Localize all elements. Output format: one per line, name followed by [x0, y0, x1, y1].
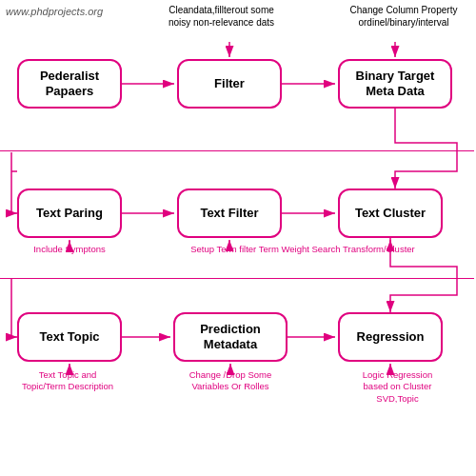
node-text-cluster: Text Cluster — [338, 188, 443, 238]
label-change-drop: Change /Drop SomeVariables Or Rolles — [164, 369, 297, 393]
label-logic-regression: Logic Regressionbased on ClusterSVD,Topi… — [328, 369, 466, 405]
node-text-topic: Text Topic — [17, 312, 122, 362]
node-regression: Regression — [338, 312, 443, 362]
node-filter: Filter — [177, 59, 282, 109]
divider-1 — [0, 150, 474, 151]
node-text-paring: Text Paring — [17, 188, 122, 238]
label-setup-term: Setup Term filter Term Weight Search Tra… — [150, 244, 455, 255]
node-binary: Binary TargetMeta Data — [338, 59, 452, 109]
label-text-topic-desc: Text Topic andTopic/Term Description — [6, 369, 129, 393]
node-federalist: PederalistPapaers — [17, 59, 122, 109]
diagram: www.phdprojects.org Cleandata,fillterout… — [0, 0, 476, 476]
node-text-filter: Text Filter — [177, 188, 282, 238]
node-prediction-metadata: PredictionMetadata — [173, 312, 288, 362]
label-include-symptons: Include Symptons — [8, 244, 131, 255]
cleandata-label: Cleandata,fillterout somenoisy non-relev… — [148, 4, 295, 29]
watermark: www.phdprojects.org — [6, 6, 103, 17]
divider-2 — [0, 278, 474, 279]
change-column-label: Change Column Propertyordinel/binary/int… — [337, 4, 470, 29]
